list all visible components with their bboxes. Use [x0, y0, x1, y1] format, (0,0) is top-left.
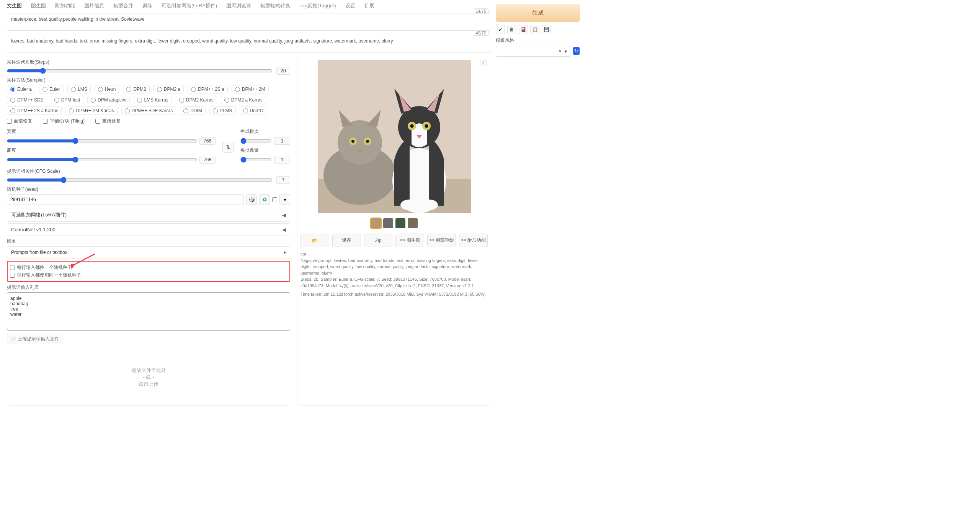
sampler-dpm2[interactable]: DPM2	[123, 85, 149, 93]
clear-icon[interactable]: 🗑	[507, 25, 516, 34]
height-label: 高度	[7, 147, 60, 154]
thumb-2[interactable]	[383, 218, 393, 228]
sampler-dpm-2m-karras[interactable]: DPM++ 2M Karras	[65, 106, 117, 115]
steps-label: 采样迭代步数(Steps)	[7, 59, 290, 65]
face-fix-check[interactable]: 面部修复	[7, 118, 32, 124]
tab-extras[interactable]: 附加功能	[55, 2, 75, 9]
sampler-dpm2-karras[interactable]: DPM2 Karras	[176, 96, 217, 104]
file-dropzone[interactable]: 拖放文件至此处 - 或 - 点击上传	[7, 349, 290, 406]
sampler-euler[interactable]: Euler	[39, 85, 64, 93]
sampler-dpm2-a[interactable]: DPM2 a	[154, 85, 184, 93]
sampler-group: Euler aEulerLMSHeunDPM2DPM2 aDPM++ 2S aD…	[7, 85, 290, 115]
zip-button[interactable]: Zip	[364, 234, 393, 247]
seed-dropdown-button[interactable]: ▾	[279, 194, 290, 205]
sampler-dpm-sde[interactable]: DPM++ SDE	[7, 96, 47, 104]
height-slider[interactable]	[7, 157, 197, 163]
steps-slider[interactable]	[7, 68, 273, 74]
chevron-down-icon: ▾	[565, 49, 567, 54]
width-value[interactable]: 768	[199, 137, 216, 145]
generate-button[interactable]: 生成	[496, 4, 580, 22]
upload-prompts-button[interactable]: 📄 上传提示词输入文件	[7, 334, 62, 344]
height-value[interactable]: 768	[199, 156, 216, 164]
tab-browser[interactable]: 图库浏览器	[226, 2, 251, 9]
tab-img2img[interactable]: 图生图	[31, 2, 46, 9]
send-inpaint-button[interactable]: >> 局部重绘	[427, 234, 456, 247]
tab-merge[interactable]: 模型合并	[113, 2, 133, 9]
send-img2img-button[interactable]: >> 图生图	[395, 234, 424, 247]
tab-ext[interactable]: 扩展	[364, 2, 374, 9]
hires-check[interactable]: 高清修复	[95, 118, 121, 124]
sampler-ddim[interactable]: DDIM	[180, 106, 206, 115]
sampler-unipc[interactable]: UniPC	[240, 106, 267, 115]
seed-dice-button[interactable]: 🎲	[246, 194, 257, 205]
clear-style-icon[interactable]: ×	[559, 49, 562, 54]
close-gallery-button[interactable]: ×	[480, 60, 487, 65]
accordion-lora[interactable]: 可选附加网络(LoRA插件)◀	[7, 208, 290, 222]
steps-value[interactable]: 20	[276, 67, 290, 75]
sampler-label: 采样方法(Sampler)	[7, 77, 290, 83]
thumb-4[interactable]	[408, 218, 418, 228]
promptlist-input[interactable]: apple handbag tree water	[7, 292, 290, 331]
sampler-dpm-fast[interactable]: DPM fast	[51, 96, 83, 104]
promptlist-label: 提示词输入列表	[7, 284, 290, 291]
output-image[interactable]	[318, 60, 471, 213]
tab-txt2img[interactable]: 文生图	[7, 2, 22, 9]
sampler-dpm-sde-karras[interactable]: DPM++ SDE Karras	[121, 106, 176, 115]
tab-tagger[interactable]: Tag反推(Tagger)	[299, 2, 336, 9]
batch-size-slider[interactable]	[240, 157, 272, 163]
accordion-controlnet[interactable]: ControlNet v1.1.200◀	[7, 223, 290, 236]
svg-point-16	[400, 200, 419, 210]
width-label: 宽度	[7, 128, 60, 135]
sampler-plms[interactable]: PLMS	[209, 106, 236, 115]
cfg-value[interactable]: 7	[276, 176, 290, 184]
open-folder-button[interactable]: 📂	[301, 234, 329, 247]
svg-point-15	[425, 124, 428, 128]
tab-pnginfo[interactable]: 图片信息	[84, 2, 104, 9]
tab-lora[interactable]: 可选附加网络(LoRA插件)	[162, 2, 217, 9]
svg-point-4	[338, 120, 382, 165]
batch-count-slider[interactable]	[240, 138, 272, 144]
tab-settings[interactable]: 设置	[345, 2, 355, 9]
sampler-dpm-2s-a[interactable]: DPM++ 2S a	[188, 85, 228, 93]
generation-info: cat Negative prompt: lowres, bad anatomy…	[301, 251, 488, 298]
seed-input[interactable]	[7, 194, 244, 205]
refresh-styles-button[interactable]: ↻	[573, 47, 580, 55]
extra-networks-icon[interactable]: 🎴	[519, 25, 528, 34]
arrow-icon[interactable]: ↙	[496, 25, 505, 34]
svg-point-8	[366, 140, 369, 143]
width-slider[interactable]	[7, 138, 197, 144]
save-style-icon[interactable]: 💾	[542, 25, 551, 34]
seed-extra-check[interactable]	[272, 194, 277, 205]
sampler-dpm2-a-karras[interactable]: DPM2 a Karras	[221, 96, 266, 104]
thumb-1[interactable]	[371, 218, 381, 228]
sampler-lms[interactable]: LMS	[67, 85, 91, 93]
clipboard-icon[interactable]: 📋	[530, 25, 539, 34]
cfg-slider[interactable]	[7, 177, 273, 183]
swap-dims-button[interactable]: ⇅	[222, 142, 234, 153]
tiling-check[interactable]: 平铺/分块 (Tiling)	[43, 118, 85, 124]
sampler-lms-karras[interactable]: LMS Karras	[134, 96, 172, 104]
seed-recycle-button[interactable]: ♻	[259, 194, 270, 205]
negprompt-input[interactable]: lowres, bad anatomy, bad hands, text, er…	[7, 35, 491, 52]
sampler-heun[interactable]: Heun	[95, 85, 119, 93]
batch-count-value[interactable]: 1	[274, 137, 290, 145]
same-seed-check[interactable]: 每行输入都使用同一个随机种子	[10, 272, 287, 278]
tab-convert[interactable]: 模型格式转换	[260, 2, 290, 9]
sampler-dpm-2s-a-karras[interactable]: DPM++ 2S a Karras	[7, 106, 62, 115]
top-tabs: 文生图 图生图 附加功能 图片信息 模型合并 训练 可选附加网络(LoRA插件)…	[7, 0, 491, 11]
cfg-label: 提示词相关性(CFG Scale)	[7, 168, 290, 175]
sampler-dpm-2m[interactable]: DPM++ 2M	[232, 85, 269, 93]
batch-size-value[interactable]: 1	[274, 156, 290, 164]
script-select[interactable]: Prompts from file or textbox▾	[7, 246, 290, 259]
prompt-input[interactable]: masterpiece, best quality,people walking…	[7, 13, 491, 31]
batch-count-label: 生成批次	[240, 128, 290, 135]
sampler-dpm-adaptive[interactable]: DPM adaptive	[87, 96, 130, 104]
sampler-euler-a[interactable]: Euler a	[7, 85, 35, 93]
thumb-3[interactable]	[395, 218, 405, 228]
iterate-seed-check[interactable]: 每行输入都换一个随机种子	[10, 264, 287, 271]
save-button[interactable]: 保存	[332, 234, 361, 247]
tab-train[interactable]: 训练	[142, 2, 152, 9]
style-select[interactable]: ×▾	[496, 46, 570, 57]
chevron-down-icon: ▾	[284, 250, 286, 255]
send-extras-button[interactable]: >> 附加功能	[459, 234, 488, 247]
